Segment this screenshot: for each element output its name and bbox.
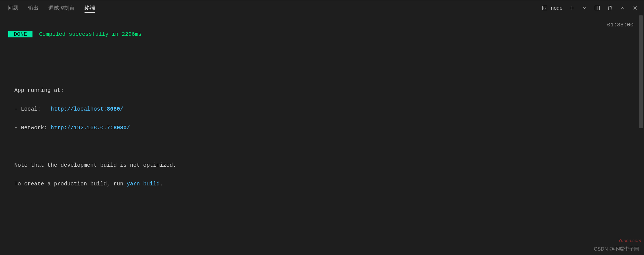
tab-debug-console[interactable]: 调试控制台 xyxy=(48,0,75,15)
terminal-scrollbar[interactable] xyxy=(639,15,643,128)
tab-terminal[interactable]: 终端 xyxy=(85,0,95,15)
panel-tabs: 问题 输出 调试控制台 终端 xyxy=(8,0,95,15)
terminal-shell-selector[interactable]: node xyxy=(542,5,563,11)
network-url[interactable]: http://192.168.0.7:8080/ xyxy=(51,125,130,131)
local-url[interactable]: http://localhost:8080/ xyxy=(51,106,123,112)
yarn-build-cmd: yarn build xyxy=(127,181,160,187)
split-dropdown-icon[interactable] xyxy=(581,5,588,11)
local-label: - Local: xyxy=(14,106,51,112)
svg-rect-0 xyxy=(542,6,547,10)
network-label: - Network: xyxy=(14,125,51,131)
new-terminal-icon[interactable] xyxy=(569,5,575,11)
shell-name-label: node xyxy=(551,5,563,11)
kill-terminal-icon[interactable] xyxy=(607,5,613,11)
done-badge: DONE xyxy=(8,31,32,37)
terminal-output[interactable]: DONE Compiled successfully in 2296ms App… xyxy=(0,15,644,212)
tab-output[interactable]: 输出 xyxy=(28,0,39,15)
terminal-icon xyxy=(542,5,548,11)
watermark-yuucn: Yuucn.com xyxy=(618,238,641,243)
note-line-2: To create a production build, run yarn b… xyxy=(8,179,636,189)
panel-header: 问题 输出 调试控制台 终端 node xyxy=(0,0,644,15)
watermark-csdn: CSDN @不喝李子园 xyxy=(594,246,639,252)
close-panel-icon[interactable] xyxy=(632,5,638,11)
app-running-label: App running at: xyxy=(8,86,636,95)
panel-toolbar: node xyxy=(542,5,638,11)
maximize-panel-icon[interactable] xyxy=(619,5,626,11)
split-terminal-icon[interactable] xyxy=(594,5,600,11)
compiled-message: Compiled successfully in 2296ms xyxy=(39,31,142,37)
note-line-1: Note that the development build is not o… xyxy=(8,161,636,170)
tab-problems[interactable]: 问题 xyxy=(8,0,18,15)
compile-timestamp: 01:38:00 xyxy=(607,20,634,30)
